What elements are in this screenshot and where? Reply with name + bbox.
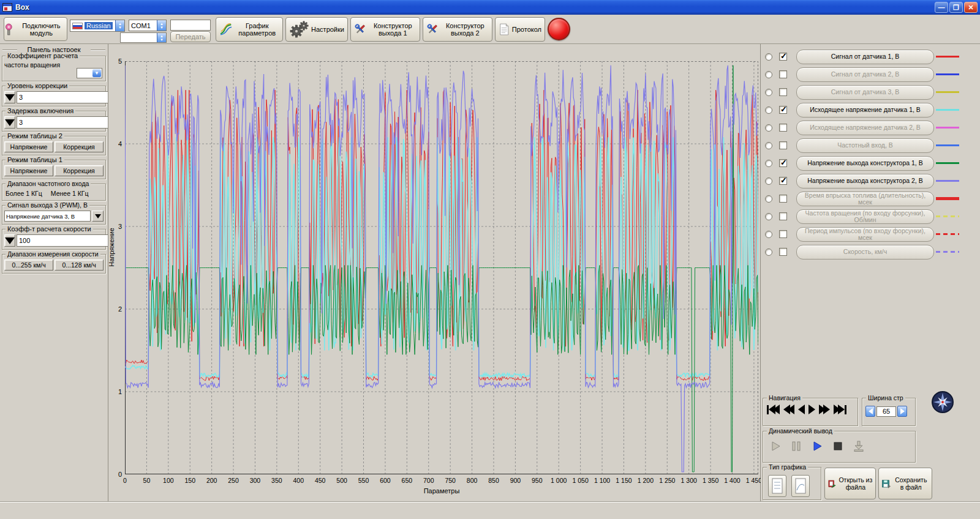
nav-back-button[interactable] bbox=[798, 405, 805, 414]
signal-label[interactable]: Исходящее напряжение датчика 1, В bbox=[796, 103, 934, 118]
signal-radio[interactable] bbox=[765, 213, 772, 220]
open-file-button[interactable]: Открыть из файла bbox=[824, 468, 876, 499]
signal-color-line bbox=[936, 127, 959, 129]
signal-checkbox[interactable] bbox=[779, 159, 787, 167]
signal-label[interactable]: Сигнал от датчика 3, В bbox=[796, 85, 934, 100]
constructor-output2-button[interactable]: Конструктор выхода 2 bbox=[423, 17, 492, 42]
signal-label[interactable]: Напряжение выхода конструктора 2, В bbox=[796, 174, 934, 189]
signal-radio[interactable] bbox=[765, 248, 772, 256]
speed-coeff-input[interactable] bbox=[17, 234, 108, 247]
delay-decrease-button[interactable] bbox=[4, 116, 15, 129]
signal-label[interactable]: Напряжение выхода конструктора 1, В bbox=[796, 156, 934, 171]
stop-record-button[interactable] bbox=[548, 18, 570, 40]
signal-checkbox[interactable] bbox=[779, 230, 787, 238]
plot[interactable] bbox=[125, 61, 758, 474]
table1-voltage-button[interactable]: Напряжение bbox=[4, 165, 53, 176]
freq-less-option[interactable]: Менее 1 КГц bbox=[50, 189, 90, 198]
table2-voltage-button[interactable]: Напряжение bbox=[4, 141, 53, 152]
speed-coeff-decrease-button[interactable] bbox=[4, 234, 15, 247]
signal-row: Исходящее напряжение датчика 1, В bbox=[761, 101, 980, 119]
pwm-signal-value[interactable]: Напряжение датчика 3, В bbox=[4, 211, 91, 222]
signal-label[interactable]: Сигнал от датчика 2, В bbox=[796, 67, 934, 82]
signal-checkbox[interactable] bbox=[779, 70, 787, 78]
connector-icon bbox=[4, 21, 13, 37]
language-combo[interactable]: Russian ▲▼ bbox=[70, 20, 125, 32]
save-file-button[interactable]: Сохранить в файл bbox=[878, 468, 932, 499]
nav-last-button[interactable] bbox=[834, 405, 846, 414]
nav-fast-back-button[interactable] bbox=[783, 405, 794, 414]
signal-label[interactable]: Период импульсов (по входу форсунки), мс… bbox=[796, 227, 934, 242]
correction-level-input[interactable] bbox=[17, 91, 108, 103]
com-port-combo[interactable]: COM1 ▲▼ bbox=[129, 20, 167, 31]
signal-label[interactable]: Сигнал от датчика 1, В bbox=[796, 50, 934, 64]
signal-list: Сигнал от датчика 1, В Сигнал от датчика… bbox=[761, 44, 980, 261]
width-input[interactable] bbox=[876, 406, 896, 417]
signal-radio[interactable] bbox=[765, 106, 772, 114]
signal-label[interactable]: Время впрыска топлива (длительность), мс… bbox=[796, 192, 934, 206]
signal-checkbox[interactable] bbox=[779, 53, 787, 61]
run-button[interactable] bbox=[811, 440, 823, 452]
signal-radio[interactable] bbox=[765, 71, 772, 78]
transmit-button[interactable]: Передать bbox=[170, 31, 211, 42]
minimize-button[interactable]: — bbox=[935, 2, 948, 13]
signal-radio[interactable] bbox=[765, 195, 772, 203]
signal-label[interactable]: Частота вращения (по входу форсунки), Об… bbox=[796, 209, 934, 224]
width-increase-button[interactable] bbox=[897, 406, 907, 417]
signal-checkbox[interactable] bbox=[779, 177, 787, 185]
maximize-button[interactable]: ❐ bbox=[949, 2, 963, 13]
signal-radio[interactable] bbox=[765, 160, 772, 167]
nav-forward-button[interactable] bbox=[809, 405, 815, 414]
language-spinner[interactable]: ▲▼ bbox=[115, 20, 124, 31]
table2-correction-button[interactable]: Коррекция bbox=[55, 141, 104, 152]
x-tick-label: 300 bbox=[250, 477, 261, 484]
width-decrease-button[interactable] bbox=[865, 406, 875, 417]
signal-label[interactable]: Скорость, км/ч bbox=[796, 245, 934, 260]
rotation-coeff-dropdown-icon[interactable]: ▼ bbox=[92, 69, 101, 77]
signal-radio[interactable] bbox=[765, 142, 772, 149]
record-button[interactable] bbox=[853, 440, 865, 452]
compass-icon[interactable] bbox=[931, 390, 954, 414]
chart-icon bbox=[219, 20, 232, 39]
signal-radio[interactable] bbox=[765, 124, 772, 132]
speed-range-255-button[interactable]: 0...255 км/ч bbox=[4, 260, 53, 271]
secondary-combo-spinner[interactable]: ▲▼ bbox=[157, 33, 166, 42]
signal-checkbox[interactable] bbox=[779, 88, 787, 96]
correction-decrease-button[interactable] bbox=[4, 91, 15, 103]
constructor-output1-button[interactable]: Конструктор выхода 1 bbox=[350, 17, 420, 42]
signal-radio[interactable] bbox=[765, 231, 772, 238]
play-button[interactable] bbox=[769, 440, 782, 452]
signal-checkbox[interactable] bbox=[779, 212, 787, 220]
chart-type-2-button[interactable] bbox=[791, 475, 810, 497]
status-bar bbox=[0, 502, 980, 519]
signal-checkbox[interactable] bbox=[779, 195, 787, 203]
secondary-combo[interactable]: ▲▼ bbox=[120, 32, 167, 43]
speed-range-128-button[interactable]: 0...128 км/ч bbox=[55, 260, 104, 271]
rotation-coeff-input[interactable]: ▼ bbox=[77, 68, 102, 78]
signal-label[interactable]: Частотный вход, В bbox=[796, 138, 934, 153]
signal-radio[interactable] bbox=[765, 177, 772, 185]
x-tick-label: 650 bbox=[402, 477, 413, 484]
settings-button[interactable]: Настройки bbox=[285, 17, 348, 42]
signal-radio[interactable] bbox=[765, 89, 772, 96]
signal-radio[interactable] bbox=[765, 53, 772, 61]
nav-first-button[interactable] bbox=[767, 405, 780, 414]
signal-label[interactable]: Исходящее напряжение датчика 2, В bbox=[796, 121, 934, 135]
freq-more-option[interactable]: Более 1 КГц bbox=[4, 189, 43, 198]
delay-input[interactable] bbox=[17, 116, 108, 129]
signal-checkbox[interactable] bbox=[779, 106, 787, 114]
table1-correction-button[interactable]: Коррекция bbox=[55, 165, 104, 176]
signal-checkbox[interactable] bbox=[779, 124, 787, 132]
transmit-value-input[interactable] bbox=[170, 20, 211, 31]
stop-button[interactable] bbox=[832, 440, 844, 452]
pwm-dropdown-button[interactable] bbox=[92, 211, 104, 222]
protocol-button[interactable]: Протокол bbox=[495, 17, 545, 42]
pause-button[interactable] bbox=[790, 440, 802, 452]
chart-parameters-button[interactable]: График параметров bbox=[216, 17, 283, 42]
com-port-spinner[interactable]: ▲▼ bbox=[157, 20, 166, 31]
signal-checkbox[interactable] bbox=[779, 248, 787, 256]
signal-checkbox[interactable] bbox=[779, 141, 787, 149]
nav-fast-forward-button[interactable] bbox=[819, 405, 830, 414]
close-button[interactable]: ✕ bbox=[964, 2, 978, 13]
chart-type-1-button[interactable] bbox=[768, 475, 786, 497]
connect-module-button[interactable]: Подключить модуль bbox=[4, 17, 67, 41]
